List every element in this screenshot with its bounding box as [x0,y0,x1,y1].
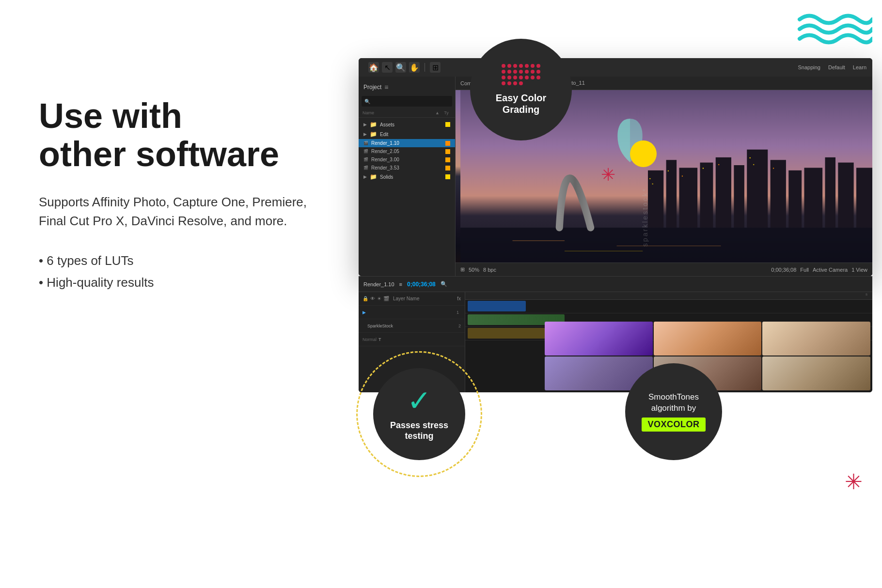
file-item-render-3[interactable]: 🎬 Render_3.00 [359,155,455,164]
svg-rect-21 [750,157,751,158]
file-tree: ▶ 📁 Assets ▶ 📁 Edit 🎬 Render_1.10 [359,118,455,184]
cursor-icon: ↖ [382,62,393,73]
render-tab-label: Render_1.10 [363,281,394,287]
timeline-header: Render_1.10 ≡ 0;00;36;08 🔍 [359,277,872,292]
pan-icon: ✋ [409,62,420,73]
active-camera: Active Camera [813,267,848,273]
left-content-section: Use with other software Supports Affinit… [39,97,310,293]
svg-rect-16 [652,184,653,185]
right-section: 🏠 ↖ 🔍 ✋ ⊞ Snapping Default Learn Project… [330,29,882,562]
dots-grid [502,64,540,85]
bullet-item-2: • High-quality results [39,272,310,293]
zoom-icon: 🔍 [395,62,406,73]
snap-icon: ⊞ [430,62,441,73]
window-content: Project ≡ 🔍 Name ▲ Ty [359,77,872,276]
project-panel: Project ≡ 🔍 Name ▲ Ty [359,77,456,276]
file-item-solids[interactable]: ▶ 📁 Solids [359,172,455,182]
snapping-label: Snapping [798,64,821,70]
default-label: Default [828,64,845,70]
layer-name-sparkle: SparkleStock [362,324,393,328]
svg-rect-5 [700,163,713,228]
track-1 [465,300,872,313]
svg-rect-8 [747,150,768,228]
zoom-level: ⊞ [460,266,465,273]
svg-rect-6 [716,157,731,228]
star-decoration-red: ✳ [601,165,615,185]
mode-label: Normal [362,337,377,342]
badge-easy-color-grading: Easy ColorGrading [470,39,572,140]
bullet-item-1: • 6 types of LUTs [39,250,310,271]
file-item-edit[interactable]: ▶ 📁 Edit [359,129,455,139]
swatch-1 [545,322,653,356]
smoothtones-text: SmoothTonesalgorithm by [644,392,704,413]
watermark-sparklestock: sparklestock* [641,187,649,247]
file-item-assets[interactable]: ▶ 📁 Assets [359,120,455,129]
layer-1-row: ▶ 1 [359,306,465,319]
svg-rect-20 [718,164,719,165]
zoom-percent: 50% [469,267,479,273]
view-label: Full [800,267,809,273]
titlebar-icons: 🏠 ↖ 🔍 ✋ ⊞ [368,62,441,73]
badge-smoothtones: SmoothTonesalgorithm by VOXCOLOR [625,363,722,460]
swatch-2 [654,322,762,356]
stress-test-text: Passes stresstesting [390,420,448,441]
svg-rect-17 [668,170,669,171]
layer-name-header: Layer Name [391,296,455,301]
svg-rect-10 [788,170,802,228]
main-heading: Use with other software [39,97,310,173]
view-count: 1 View [851,267,867,273]
timecode-display: 0;00;36;08 [771,267,796,273]
voxcolor-label: VOXCOLOR [642,418,705,432]
viewport-footer: ⊞ 50% 8 bpc 0;00;36;08 Full Active Camer… [456,263,872,276]
svg-rect-11 [804,168,823,228]
swatch-6 [762,356,870,390]
timeline-search-icon: 🔍 [441,281,447,287]
layer-header-row: 🔒👁☀🎬 Layer Name fx [359,292,465,306]
star-decoration-bottom-right: ✳ [845,469,863,494]
timeline-timecode: 0;00;36;08 [407,281,436,288]
home-icon: 🏠 [368,62,379,73]
svg-rect-12 [825,157,836,228]
file-item-render-2[interactable]: 🎬 Render_2.05 [359,147,455,155]
titlebar-right: Snapping Default Learn [798,64,867,70]
swatch-3 [762,322,870,356]
svg-rect-19 [703,168,704,169]
subtext: Supports Affinity Photo, Capture One, Pr… [39,193,310,231]
file-item-render-1[interactable]: 🎬 Render_1.10 [359,139,455,147]
project-header: Project ≡ [359,80,455,94]
svg-rect-15 [649,178,650,179]
timeline-tab-icon: ≡ [399,281,402,287]
sun-decoration [630,140,657,167]
badge-stress-testing: ✓ Passes stresstesting [373,368,465,460]
svg-rect-4 [679,168,698,228]
learn-label: Learn [853,64,866,70]
file-item-render-4[interactable]: 🎬 Render_3.53 [359,164,455,172]
easy-color-text: Easy ColorGrading [496,92,546,115]
software-window-main: 🏠 ↖ 🔍 ✋ ⊞ Snapping Default Learn Project… [359,58,872,276]
bullet-list: • 6 types of LUTs • High-quality results [39,250,310,293]
svg-rect-23 [773,168,774,169]
project-label: Project [363,84,381,91]
svg-rect-7 [734,165,744,228]
svg-rect-3 [666,160,677,228]
svg-rect-18 [682,176,683,177]
window-titlebar: 🏠 ↖ 🔍 ✋ ⊞ Snapping Default Learn [359,58,872,77]
svg-rect-22 [753,164,754,165]
svg-rect-13 [838,163,853,228]
svg-rect-14 [856,168,872,228]
color-depth: 8 bpc [483,267,496,273]
check-icon: ✓ [407,387,431,416]
layer-2-row: SparkleStock 2 [359,319,465,333]
svg-rect-9 [771,160,786,228]
